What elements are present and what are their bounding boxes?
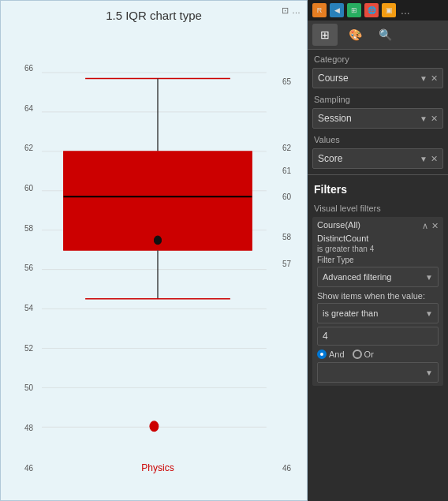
svg-point-17 [150, 421, 159, 432]
filter-expand-icon[interactable]: ∧ [422, 221, 428, 231]
r-label-65: 65 [282, 77, 291, 85]
or-radio-label[interactable]: Or [353, 350, 374, 359]
tab-format[interactable]: 🎨 [342, 24, 368, 46]
r-label-60: 60 [282, 193, 291, 201]
category-dropdown[interactable]: Course ▼ ✕ [312, 68, 443, 88]
category-chevron: ▼ [420, 74, 427, 83]
r-label-57: 57 [282, 259, 291, 267]
values-close[interactable]: ✕ [431, 154, 438, 164]
filter-subtitle: DistinctCount [317, 234, 439, 243]
filter-card-title: Course(All) [317, 220, 360, 230]
divider-1 [308, 174, 448, 175]
category-label: Category [308, 50, 448, 66]
filter-type-label: Filter Type [317, 256, 439, 264]
filter-card-header: Course(All) ∧ ✕ [317, 220, 439, 231]
right-panel: R ◀ ⊞ 🌐 ▣ ... ⊞ 🎨 🔍 Category Course ▼ ✕ … [308, 0, 448, 501]
chart-area: 66 64 62 60 58 56 54 52 50 48 46 65 62 6… [24, 32, 291, 477]
sampling-chevron: ▼ [420, 114, 427, 123]
svg-point-16 [154, 236, 161, 245]
category-close[interactable]: ✕ [431, 73, 438, 84]
y-label-50: 50 [24, 383, 33, 392]
and-radio-label[interactable]: And [317, 350, 345, 359]
tab-analytics[interactable]: 🔍 [372, 24, 398, 46]
more-icon[interactable]: … [292, 6, 301, 16]
and-label: And [329, 350, 345, 359]
sampling-close[interactable]: ✕ [431, 114, 438, 124]
values-chevron: ▼ [420, 155, 427, 163]
top-icon-bar: R ◀ ⊞ 🌐 ▣ ... [308, 0, 448, 21]
and-radio-btn[interactable] [317, 350, 327, 359]
y-label-56: 56 [24, 264, 33, 272]
r-label-46-1: 46 [282, 463, 291, 472]
y-label-64: 64 [24, 103, 33, 112]
and-or-row: And Or [317, 350, 439, 359]
category-value: Course [318, 73, 416, 84]
y-label-60: 60 [24, 184, 33, 193]
svg-rect-12 [64, 151, 252, 250]
expand-icon[interactable]: ⊡ [282, 6, 289, 16]
r-label-58: 58 [282, 232, 291, 241]
toolbar-icon-3[interactable]: ⊞ [347, 3, 361, 17]
bottom-dropdown[interactable]: ▼ [317, 362, 439, 383]
or-label: Or [364, 350, 374, 359]
filter-value-input[interactable] [317, 327, 439, 346]
chart-inner [42, 32, 274, 477]
toolbar-icon-5[interactable]: ▣ [382, 3, 396, 17]
adv-filtering-dropdown[interactable]: Advanced filtering ▼ [317, 267, 439, 287]
toolbar-icon-4[interactable]: 🌐 [364, 3, 379, 17]
y-label-48: 48 [24, 424, 33, 432]
more-dots[interactable]: ... [401, 4, 410, 17]
filters-title: Filters [308, 179, 448, 199]
r-label-62: 62 [282, 144, 291, 152]
filter-condition: is greater than 4 [317, 245, 439, 253]
gt-chevron-icon: ▼ [425, 309, 433, 318]
greater-than-text: is greater than [323, 308, 425, 318]
values-dropdown[interactable]: Score ▼ ✕ [312, 148, 443, 169]
values-value: Score [318, 153, 416, 164]
tab-icon-bar: ⊞ 🎨 🔍 [308, 21, 448, 50]
toolbar-icon-1[interactable]: R [312, 3, 327, 17]
greater-than-dropdown[interactable]: is greater than ▼ [317, 303, 439, 323]
x-label: Physics [141, 462, 174, 473]
toolbar-icon-2[interactable]: ◀ [330, 3, 344, 17]
adv-chevron-icon: ▼ [425, 273, 433, 282]
chart-panel: ⊡ … 1.5 IQR chart type 66 64 62 60 58 56… [0, 0, 308, 501]
y-label-58: 58 [24, 223, 33, 232]
values-label: Values [308, 130, 448, 147]
filter-card-icons: ∧ ✕ [422, 221, 439, 231]
y-label-66: 66 [24, 64, 33, 73]
visual-level-label: Visual level filters [308, 199, 448, 215]
filter-card: Course(All) ∧ ✕ DistinctCount is greater… [312, 217, 443, 386]
r-label-61: 61 [282, 166, 291, 174]
chart-title: 1.5 IQR chart type [1, 1, 307, 25]
sampling-dropdown[interactable]: Session ▼ ✕ [312, 108, 443, 129]
filter-close-icon[interactable]: ✕ [431, 221, 439, 231]
chart-top-bar[interactable]: ⊡ … [282, 6, 301, 16]
sampling-label: Sampling [308, 90, 448, 107]
tab-fields[interactable]: ⊞ [312, 24, 338, 46]
adv-filtering-text: Advanced filtering [323, 272, 425, 282]
y-label-52: 52 [24, 343, 33, 352]
or-radio-btn[interactable] [353, 350, 362, 359]
y-label-46: 46 [24, 463, 33, 472]
sampling-value: Session [318, 113, 416, 124]
bottom-chevron-icon: ▼ [425, 368, 433, 377]
show-items-label: Show items when the value: [317, 291, 439, 301]
chart-svg [42, 32, 274, 477]
y-label-62: 62 [24, 144, 33, 152]
y-label-54: 54 [24, 304, 33, 312]
